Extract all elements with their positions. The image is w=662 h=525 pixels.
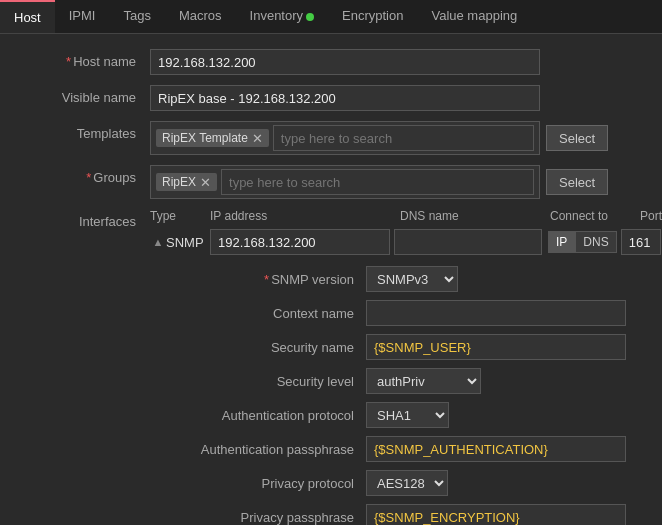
interfaces-col-headers: Type IP address DNS name Connect to Port: [150, 209, 662, 226]
groups-control: RipEX ✕ Select: [150, 165, 652, 199]
visible-name-row: Visible name: [0, 80, 662, 116]
tab-ipmi[interactable]: IPMI: [55, 0, 110, 33]
tab-macros[interactable]: Macros: [165, 0, 236, 33]
groups-label: *Groups: [10, 165, 150, 185]
security-name-control: [366, 334, 626, 360]
security-level-control: noAuthNoPriv authNoPriv authPriv: [366, 368, 481, 394]
auth-passphrase-control: [366, 436, 626, 462]
templates-search[interactable]: [273, 125, 534, 151]
templates-tag-input[interactable]: RipEX Template ✕: [150, 121, 540, 155]
auth-passphrase-label: Authentication passphrase: [166, 442, 366, 457]
privacy-protocol-select[interactable]: DES AES128 AES192 AES256: [366, 470, 448, 496]
snmp-details: *SNMP version SNMPv1 SNMPv2c SNMPv3 Cont…: [166, 262, 652, 525]
auth-protocol-row: Authentication protocol MD5 SHA1 SHA224 …: [166, 398, 652, 432]
security-level-select[interactable]: noAuthNoPriv authNoPriv authPriv: [366, 368, 481, 394]
auth-protocol-control: MD5 SHA1 SHA224 SHA256 SHA384 SHA512: [366, 402, 449, 428]
security-name-input[interactable]: [366, 334, 626, 360]
auth-passphrase-input[interactable]: [366, 436, 626, 462]
visible-name-label: Visible name: [10, 85, 150, 105]
interfaces-label: Interfaces: [10, 209, 150, 229]
security-level-label: Security level: [166, 374, 366, 389]
inventory-dot: [306, 13, 314, 21]
tab-encryption[interactable]: Encryption: [328, 0, 417, 33]
visible-name-input[interactable]: [150, 85, 540, 111]
groups-search[interactable]: [221, 169, 534, 195]
privacy-passphrase-control: [366, 504, 626, 525]
group-tag-remove[interactable]: ✕: [200, 176, 211, 189]
snmp-version-select[interactable]: SNMPv1 SNMPv2c SNMPv3: [366, 266, 458, 292]
iface-connect-toggle: IP DNS: [548, 231, 617, 253]
privacy-passphrase-input[interactable]: [366, 504, 626, 525]
tab-bar: Host IPMI Tags Macros Inventory Encrypti…: [0, 0, 662, 34]
iface-port-field: [621, 229, 661, 255]
auth-protocol-label: Authentication protocol: [166, 408, 366, 423]
iface-collapse-icon[interactable]: ▲: [150, 236, 166, 248]
templates-label: Templates: [10, 121, 150, 141]
privacy-passphrase-row: Privacy passphrase: [166, 500, 652, 525]
hostname-control: [150, 49, 652, 75]
tab-host[interactable]: Host: [0, 0, 55, 33]
col-connect-header: Connect to: [550, 209, 640, 223]
hostname-row: *Host name: [0, 44, 662, 80]
groups-select-button[interactable]: Select: [546, 169, 608, 195]
hostname-label: *Host name: [10, 49, 150, 69]
auth-passphrase-row: Authentication passphrase: [166, 432, 652, 466]
interface-row-snmp: ▲ SNMP IP DNS: [150, 226, 662, 258]
privacy-passphrase-label: Privacy passphrase: [166, 510, 366, 525]
privacy-protocol-label: Privacy protocol: [166, 476, 366, 491]
interfaces-section: Interfaces Type IP address DNS name Conn…: [0, 204, 662, 525]
templates-control: RipEX Template ✕ Select: [150, 121, 652, 155]
iface-dns-field: [390, 229, 542, 255]
tab-value-mapping[interactable]: Value mapping: [417, 0, 531, 33]
col-dns-header: DNS name: [400, 209, 550, 223]
interfaces-table: Type IP address DNS name Connect to Port…: [150, 209, 662, 258]
col-ip-header: IP address: [210, 209, 400, 223]
iface-port-input[interactable]: [621, 229, 661, 255]
security-name-row: Security name: [166, 330, 652, 364]
iface-dns-input[interactable]: [394, 229, 542, 255]
hostname-input[interactable]: [150, 49, 540, 75]
context-name-control: [366, 300, 626, 326]
templates-row: Templates RipEX Template ✕ Select: [0, 116, 662, 160]
privacy-protocol-control: DES AES128 AES192 AES256: [366, 470, 448, 496]
template-tag: RipEX Template ✕: [156, 129, 269, 147]
iface-ip-field: [210, 229, 390, 255]
auth-protocol-select[interactable]: MD5 SHA1 SHA224 SHA256 SHA384 SHA512: [366, 402, 449, 428]
privacy-protocol-row: Privacy protocol DES AES128 AES192 AES25…: [166, 466, 652, 500]
connect-dns-button[interactable]: DNS: [575, 231, 616, 253]
templates-select-button[interactable]: Select: [546, 125, 608, 151]
visible-name-control: [150, 85, 652, 111]
groups-row: *Groups RipEX ✕ Select: [0, 160, 662, 204]
connect-ip-button[interactable]: IP: [548, 231, 575, 253]
tab-inventory[interactable]: Inventory: [236, 0, 328, 33]
context-name-label: Context name: [166, 306, 366, 321]
groups-tag-input[interactable]: RipEX ✕: [150, 165, 540, 199]
iface-type-label: SNMP: [166, 235, 210, 250]
col-type-header: Type: [150, 209, 210, 223]
security-level-row: Security level noAuthNoPriv authNoPriv a…: [166, 364, 652, 398]
form-body: *Host name Visible name Templates RipEX …: [0, 34, 662, 525]
tab-tags[interactable]: Tags: [109, 0, 164, 33]
group-tag: RipEX ✕: [156, 173, 217, 191]
interfaces-header-row: Interfaces Type IP address DNS name Conn…: [10, 209, 652, 258]
snmp-version-label: *SNMP version: [166, 272, 366, 287]
snmp-version-row: *SNMP version SNMPv1 SNMPv2c SNMPv3: [166, 262, 652, 296]
col-port-header: Port: [640, 209, 662, 223]
template-tag-remove[interactable]: ✕: [252, 132, 263, 145]
context-name-row: Context name: [166, 296, 652, 330]
snmp-version-control: SNMPv1 SNMPv2c SNMPv3: [366, 266, 458, 292]
context-name-input[interactable]: [366, 300, 626, 326]
security-name-label: Security name: [166, 340, 366, 355]
iface-ip-input[interactable]: [210, 229, 390, 255]
